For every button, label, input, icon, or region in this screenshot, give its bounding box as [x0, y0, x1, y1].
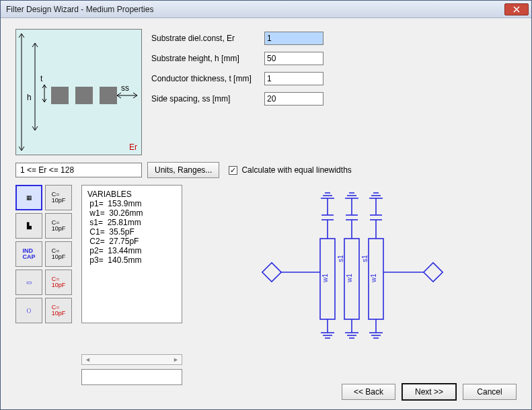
palette-cap-10pf-2[interactable]: C= 10pF	[45, 213, 72, 239]
variables-header: VARIABLES	[87, 190, 176, 199]
titlebar: Filter Design Wizard - Medium Properties	[1, 1, 531, 18]
palette-cap-10pf-1[interactable]: C= 10pF	[45, 185, 72, 210]
palette-type-1[interactable]: ▦	[15, 185, 42, 210]
diagram-h-label: h	[27, 93, 32, 102]
schematic-s1-2: s1	[361, 255, 369, 262]
palette-type-3[interactable]: ▭	[15, 270, 42, 295]
palette-type-ind-cap[interactable]: IND CAP	[15, 241, 42, 267]
svg-rect-5	[100, 87, 117, 104]
status-box	[81, 369, 182, 385]
next-button[interactable]: Next >>	[402, 384, 456, 400]
schematic-w1-1: w1	[321, 274, 329, 283]
schematic-preview: w1 w1 w1 s1 s1	[188, 185, 517, 353]
wizard-window: Filter Design Wizard - Medium Properties	[0, 0, 532, 410]
schematic-w1-2: w1	[346, 274, 353, 283]
label-t: Conductor thickness, t [mm]	[151, 74, 264, 83]
palette-cap-10pf-5[interactable]: C= 10pF	[45, 298, 72, 323]
input-t[interactable]	[264, 72, 324, 85]
var-s1: s1= 25.81mm	[87, 218, 176, 227]
substrate-diagram: t h ss Er	[15, 29, 142, 155]
schematic-s1-1: s1	[337, 255, 344, 262]
svg-rect-4	[75, 87, 93, 104]
svg-rect-3	[51, 87, 69, 104]
palette-cap-10pf-4[interactable]: C= 10pF	[45, 270, 72, 295]
wizard-footer: << Back Next >> Cancel	[342, 384, 517, 400]
palette-cap-10pf-3[interactable]: C= 10pF	[45, 241, 72, 267]
var-p3: p3= 140.5mm	[87, 255, 176, 265]
var-w1: w1= 30.26mm	[87, 208, 176, 218]
input-er[interactable]	[264, 32, 324, 45]
diagram-ss-label: ss	[121, 83, 129, 93]
equal-linewidths-label: Calculate with equal linewidths	[241, 165, 351, 175]
input-h[interactable]	[264, 52, 324, 65]
units-ranges-button[interactable]: Units, Ranges...	[147, 162, 219, 178]
equal-linewidths-checkbox[interactable]	[229, 166, 237, 175]
schematic-w1-3: w1	[370, 274, 377, 283]
parameter-panel: Substrate diel.const, Er Substrate heigh…	[151, 32, 324, 155]
svg-rect-7	[262, 263, 280, 282]
label-er: Substrate diel.const, Er	[151, 34, 264, 43]
diagram-t-label: t	[40, 74, 42, 83]
variables-hscroll[interactable]: ◄►	[81, 354, 182, 365]
label-ss: Side spacing, ss [mm]	[151, 94, 264, 104]
cancel-button[interactable]: Cancel	[463, 384, 517, 400]
palette-type-4[interactable]: ⟮⟯	[15, 298, 42, 323]
var-p1: p1= 153.9mm	[87, 199, 176, 208]
diagram-er-label: Er	[129, 142, 137, 152]
svg-rect-8	[423, 263, 442, 282]
back-button[interactable]: << Back	[342, 384, 395, 400]
topology-palette: ▦ C= 10pF ▙ C= 10pF IND CAP C= 10pF ▭ C=…	[15, 185, 76, 353]
var-c2: C2= 27.75pF	[87, 237, 176, 246]
var-c1: C1= 35.5pF	[87, 227, 176, 237]
client-area: t h ss Er Substrate diel.const, Er Subst…	[1, 18, 531, 409]
palette-type-2[interactable]: ▙	[15, 213, 42, 239]
var-p2: p2= 13.44mm	[87, 246, 176, 255]
close-button[interactable]	[504, 3, 529, 15]
window-title: Filter Design Wizard - Medium Properties	[6, 5, 504, 14]
variables-box[interactable]: VARIABLES p1= 153.9mm w1= 30.26mm s1= 25…	[81, 185, 182, 323]
input-ss[interactable]	[264, 92, 324, 106]
constraint-display: 1 <= Er <= 128	[15, 163, 142, 177]
label-h: Substrate height, h [mm]	[151, 54, 264, 63]
